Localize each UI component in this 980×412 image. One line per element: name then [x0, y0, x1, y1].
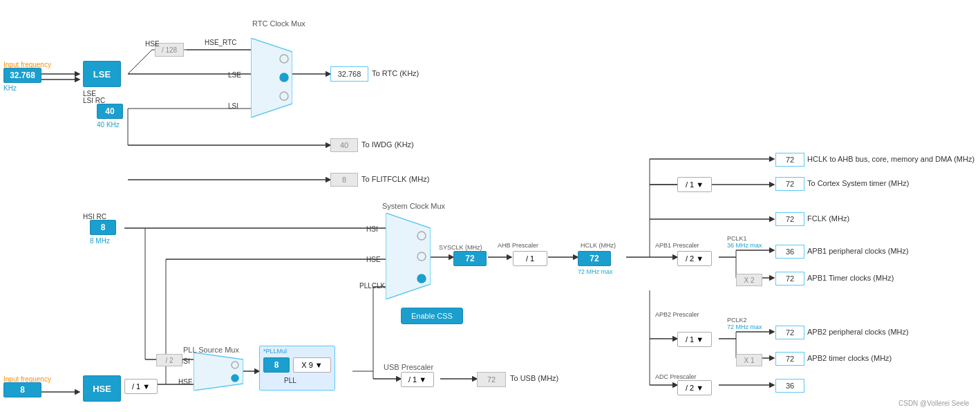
to-iwdg-label: To IWDG (KHz): [361, 140, 414, 149]
svg-point-59: [280, 73, 288, 82]
pll-mul-dropdown[interactable]: X 9 ▼: [293, 357, 331, 373]
pll-src-hse-label: HSE: [178, 378, 193, 386]
apb2-peripheral-value: 72: [775, 326, 804, 339]
to-flitfclk-label: To FLITFCLK (MHz): [361, 175, 429, 183]
sys-mux-hse-label: HSE: [366, 256, 381, 263]
pclk1-label: PCLK1: [727, 235, 747, 242]
svg-marker-61: [386, 213, 431, 299]
apb1-max-label: 36 MHz max: [727, 242, 762, 249]
lse-freq-value[interactable]: 32.768: [3, 68, 41, 83]
pll-mul-container: *PLLMul 8 X 9 ▼ PLL: [259, 346, 335, 391]
sysclk-value[interactable]: 72: [453, 251, 487, 266]
apb1-prescaler-dropdown[interactable]: / 2 ▼: [677, 251, 712, 266]
lsi-freq-unit: 40 KHz: [97, 121, 120, 129]
enable-css-button[interactable]: Enable CSS: [401, 308, 463, 324]
hse-freq-value[interactable]: 8: [3, 382, 41, 397]
apb2-prescaler-dropdown[interactable]: / 1 ▼: [677, 332, 712, 347]
pll-mul-value[interactable]: 8: [263, 357, 290, 373]
apb1-prescaler-label: APB1 Prescaler: [655, 242, 699, 249]
adc-prescaler-dropdown[interactable]: / 2 ▼: [677, 380, 712, 395]
pll-div2-box: / 2: [156, 354, 182, 366]
cortex-timer-value: 72: [775, 177, 804, 191]
rtc-mux-shape: [251, 38, 292, 118]
hsi-freq-unit: 8 MHz: [90, 237, 110, 245]
hse-block[interactable]: HSE: [83, 375, 121, 402]
x1-label: X 1: [736, 354, 762, 366]
pll-label: PLL: [284, 377, 296, 384]
svg-marker-65: [194, 353, 243, 391]
to-usb-label: To USB (MHz): [510, 374, 558, 382]
rtc-output-value: 32.768: [330, 66, 368, 82]
pll-mul-title: *PLLMul: [263, 348, 287, 355]
to-rtc-label: To RTC (KHz): [372, 69, 419, 77]
hse-rtc-arrow-label: HSE_RTC: [205, 39, 237, 46]
lsi-freq-value[interactable]: 40: [97, 104, 123, 119]
to-cortex-label: To Cortex System timer (MHz): [807, 179, 909, 187]
sys-mux-pllclk-label: PLLCLK: [359, 282, 385, 290]
cortex-div1-dropdown[interactable]: / 1 ▼: [677, 177, 712, 192]
iwdg-output-value: 40: [330, 138, 358, 152]
hse-div1-dropdown[interactable]: / 1 ▼: [124, 379, 158, 394]
fclk-value: 72: [775, 212, 804, 226]
usb-prescaler-title: USB Prescaler: [384, 363, 433, 371]
apb1-peripheral-label: APB1 peripheral clocks (MHz): [807, 247, 909, 255]
adc-prescaler-label: ADC Prescaler: [655, 373, 697, 380]
apb2-peripheral-label: APB2 peripheral clocks (MHz): [807, 328, 909, 336]
to-ahb-label: HCLK to AHB bus, core, memory and DMA (M…: [807, 155, 974, 163]
apb2-prescaler-label: APB2 Prescaler: [655, 311, 699, 318]
rtc-clock-mux-title: RTC Clock Mux: [252, 19, 305, 28]
lse-block[interactable]: LSE: [83, 61, 121, 87]
ahb-prescaler-label: AHB Prescaler: [498, 242, 538, 249]
apb1-timer-value: 72: [775, 272, 804, 285]
system-clock-mux-title: System Clock Mux: [382, 202, 445, 210]
connection-lines: [0, 0, 980, 412]
apb2-timer-label: APB2 timer clocks (MHz): [807, 354, 892, 362]
usb-output-value: 72: [477, 372, 506, 387]
hclk-max-label: 72 MHz max: [578, 268, 613, 275]
hclk-label: HCLK (MHz): [581, 242, 616, 249]
sysclk-label: SYSCLK (MHz): [439, 244, 482, 251]
hclk-value[interactable]: 72: [578, 251, 611, 266]
x2-label: X 2: [736, 274, 762, 286]
svg-point-67: [232, 375, 238, 382]
clock-diagram: Input frequency 32.768 KHz LSE LSE LSI R…: [0, 0, 980, 412]
hclk-ahb-value: 72: [775, 153, 804, 167]
svg-line-2: [128, 50, 152, 74]
pll-source-mux-shape: [194, 353, 243, 391]
fclk-label: FCLK (MHz): [807, 214, 849, 223]
pclk2-label: PCLK2: [727, 317, 747, 324]
watermark: CSDN @Vollerei Seele: [898, 400, 969, 407]
svg-point-64: [417, 274, 426, 283]
hsi-freq-value[interactable]: 8: [90, 220, 116, 235]
lse-freq-unit: KHz: [3, 84, 17, 92]
apb2-timer-value: 72: [775, 352, 804, 366]
adc-clock-value: 36: [775, 379, 804, 393]
flitfclk-output-value: 8: [330, 173, 358, 187]
sys-mux-shape: [386, 213, 431, 299]
ahb-prescaler-dropdown[interactable]: / 1: [513, 251, 547, 266]
mux-lsi-label: LSI: [228, 102, 238, 110]
mux-lse-label: LSE: [228, 71, 241, 79]
apb1-timer-label: APB1 Timer clocks (MHz): [807, 274, 894, 282]
hse-rtc-label: HSE: [145, 40, 160, 48]
usb-prescaler-dropdown[interactable]: / 1 ▼: [401, 372, 434, 387]
apb1-peripheral-value: 36: [775, 245, 804, 259]
apb2-max-label: 72 MHz max: [727, 324, 762, 330]
sys-mux-hsi-label: HSI: [366, 225, 378, 233]
